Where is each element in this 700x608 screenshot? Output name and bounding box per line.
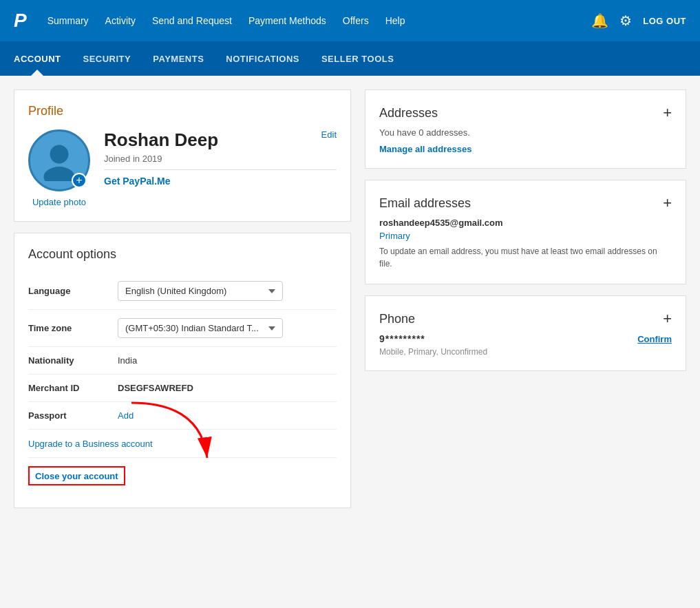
subnav-security[interactable]: SECURITY (83, 43, 131, 75)
timezone-value[interactable]: (GMT+05:30) Indian Standard T... (118, 318, 337, 338)
phone-header: Phone + (379, 310, 672, 328)
timezone-row: Time zone (GMT+05:30) Indian Standard T.… (28, 310, 337, 347)
update-photo-link[interactable]: Update photo (32, 197, 86, 207)
avatar-wrap: + Update photo (28, 129, 90, 207)
addresses-card: Addresses + You have 0 addresses. Manage… (365, 90, 686, 169)
merchant-id-row: Merchant ID DSEGFSAWREFD (28, 375, 337, 402)
email-primary-badge: Primary (379, 231, 672, 241)
profile-section-title: Profile (28, 104, 337, 118)
logout-button[interactable]: LOG OUT (643, 16, 686, 26)
left-panel: Profile + Update photo Edit Roshan Deep (14, 90, 351, 508)
nav-payment-methods[interactable]: Payment Methods (248, 15, 326, 26)
svg-point-1 (44, 167, 75, 181)
nav-help[interactable]: Help (385, 15, 405, 26)
main-content: Profile + Update photo Edit Roshan Deep (0, 76, 700, 522)
phone-number: 9********* (379, 333, 425, 344)
phone-title: Phone (379, 312, 415, 326)
top-nav-links: Summary Activity Send and Request Paymen… (47, 15, 592, 26)
upgrade-business-link[interactable]: Upgrade to a Business account (28, 439, 153, 449)
phone-confirm-link[interactable]: Confirm (637, 334, 672, 344)
svg-point-0 (50, 145, 69, 164)
subnav-payments[interactable]: PAYMENTS (153, 43, 204, 75)
nav-summary[interactable]: Summary (47, 15, 89, 26)
settings-gear-icon[interactable]: ⚙ (619, 12, 632, 29)
merchant-id-label: Merchant ID (28, 383, 118, 393)
email-add-icon[interactable]: + (663, 194, 672, 212)
profile-info: Edit Roshan Deep Joined in 2019 Get PayP… (104, 129, 337, 187)
paypal-logo: P (14, 10, 27, 32)
phone-row: 9********* Confirm (379, 333, 672, 344)
nationality-label: Nationality (28, 355, 118, 366)
close-account-row: Close your account (28, 458, 337, 494)
top-nav-right: 🔔 ⚙ LOG OUT (591, 12, 686, 29)
profile-body: + Update photo Edit Roshan Deep Joined i… (28, 129, 337, 207)
avatar-add-icon[interactable]: + (72, 173, 87, 188)
language-select[interactable]: English (United Kingdom) (118, 281, 283, 301)
timezone-select[interactable]: (GMT+05:30) Indian Standard T... (118, 318, 283, 338)
passport-value[interactable]: Add (118, 410, 337, 421)
nationality-row: Nationality India (28, 347, 337, 375)
nationality-value: India (118, 355, 337, 366)
language-value[interactable]: English (United Kingdom) (118, 281, 337, 301)
manage-addresses-link[interactable]: Manage all addresses (379, 144, 471, 154)
email-addresses-header: Email addresses + (379, 194, 672, 212)
profile-card: Profile + Update photo Edit Roshan Deep (14, 90, 351, 222)
nav-activity[interactable]: Activity (105, 15, 136, 26)
phone-card: Phone + 9********* Confirm Mobile, Prima… (365, 295, 686, 371)
account-options-card: Account options Language English (United… (14, 233, 351, 508)
sub-nav: ACCOUNT SECURITY PAYMENTS NOTIFICATIONS … (0, 41, 700, 76)
divider (104, 169, 337, 170)
edit-profile-link[interactable]: Edit (321, 129, 337, 140)
right-panel: Addresses + You have 0 addresses. Manage… (365, 90, 686, 508)
subnav-seller-tools[interactable]: SELLER TOOLS (321, 43, 394, 75)
upgrade-row: Upgrade to a Business account (28, 430, 337, 458)
phone-sub: Mobile, Primary, Unconfirmed (379, 347, 672, 357)
subnav-notifications[interactable]: NOTIFICATIONS (226, 43, 299, 75)
passport-label: Passport (28, 410, 118, 421)
passport-row: Passport Add (28, 402, 337, 430)
email-addresses-card: Email addresses + roshandeep4535@gmail.c… (365, 180, 686, 284)
top-nav: P Summary Activity Send and Request Paym… (0, 0, 700, 41)
addresses-sub: You have 0 addresses. (379, 127, 672, 138)
get-paypalme-link[interactable]: Get PayPal.Me (104, 176, 171, 187)
addresses-header: Addresses + (379, 104, 672, 122)
passport-add-link[interactable]: Add (118, 410, 134, 421)
notification-bell-icon[interactable]: 🔔 (591, 12, 608, 29)
email-note: To update an email address, you must hav… (379, 245, 672, 270)
email-addresses-title: Email addresses (379, 196, 471, 211)
account-options-title: Account options (28, 247, 337, 262)
close-account-link[interactable]: Close your account (35, 471, 118, 481)
subnav-account[interactable]: ACCOUNT (14, 43, 61, 75)
avatar: + (28, 129, 90, 191)
profile-joined: Joined in 2019 (104, 154, 337, 164)
addresses-add-icon[interactable]: + (663, 104, 672, 122)
language-row: Language English (United Kingdom) (28, 273, 337, 310)
profile-name: Roshan Deep (104, 129, 337, 151)
nav-offers[interactable]: Offers (343, 15, 369, 26)
merchant-id-value: DSEGFSAWREFD (118, 383, 337, 393)
language-label: Language (28, 286, 118, 296)
phone-add-icon[interactable]: + (663, 310, 672, 328)
timezone-label: Time zone (28, 323, 118, 333)
email-value: roshandeep4535@gmail.com (379, 218, 672, 228)
nav-send-request[interactable]: Send and Request (152, 15, 232, 26)
close-account-box: Close your account (28, 466, 125, 485)
addresses-title: Addresses (379, 106, 438, 120)
